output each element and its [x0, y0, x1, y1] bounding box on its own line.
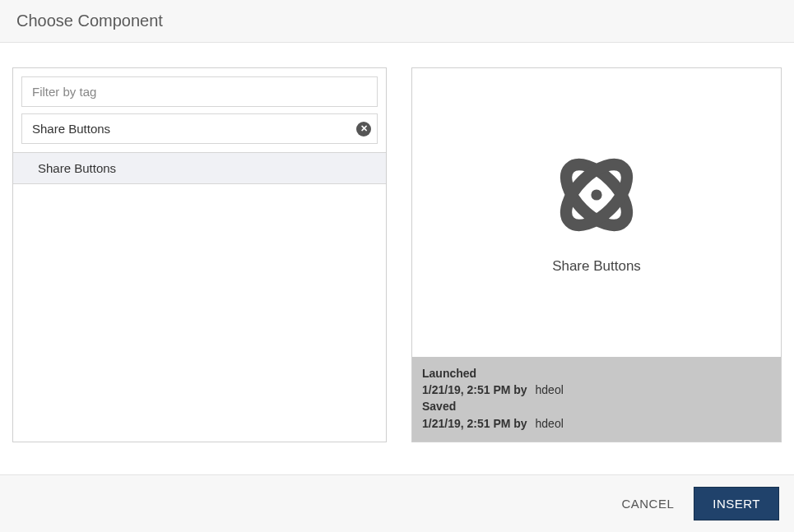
filter-area: ✕	[13, 68, 386, 152]
filter-by-tag-input[interactable]	[21, 76, 378, 107]
dialog-title: Choose Component	[16, 12, 778, 30]
dialog-content: ✕ Share Buttons Share Buttons Launched 1…	[0, 43, 794, 442]
search-row: ✕	[21, 113, 378, 144]
component-search-input[interactable]	[21, 113, 378, 144]
launched-label: Launched	[422, 365, 771, 382]
preview-area: Share Buttons	[412, 68, 781, 357]
dialog-footer: CANCEL INSERT	[0, 474, 794, 532]
launched-user: hdeol	[536, 383, 564, 396]
component-list: Share Buttons	[13, 152, 386, 442]
list-item[interactable]: Share Buttons	[13, 153, 386, 184]
svg-point-2	[591, 190, 601, 201]
saved-user: hdeol	[536, 417, 564, 430]
launched-time: 1/21/19, 2:51 PM by	[422, 383, 527, 396]
saved-time: 1/21/19, 2:51 PM by	[422, 417, 527, 430]
saved-label: Saved	[422, 398, 771, 414]
component-list-panel: ✕ Share Buttons	[12, 67, 387, 442]
clear-search-icon[interactable]: ✕	[356, 122, 371, 136]
launched-row: 1/21/19, 2:51 PM by hdeol	[422, 382, 771, 398]
component-atom-icon	[551, 150, 642, 240]
component-meta: Launched 1/21/19, 2:51 PM by hdeol Saved…	[412, 357, 781, 442]
saved-row: 1/21/19, 2:51 PM by hdeol	[422, 415, 771, 432]
insert-button[interactable]: INSERT	[694, 487, 779, 520]
preview-title: Share Buttons	[552, 258, 641, 275]
component-preview-panel: Share Buttons Launched 1/21/19, 2:51 PM …	[411, 67, 782, 442]
dialog-header: Choose Component	[0, 0, 794, 43]
cancel-button[interactable]: CANCEL	[616, 488, 679, 519]
